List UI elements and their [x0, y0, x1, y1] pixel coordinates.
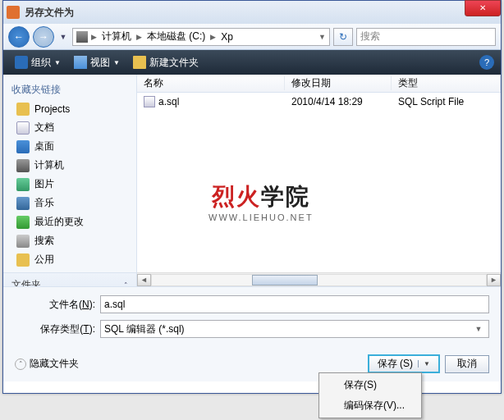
chevron-right-icon: ▶ — [91, 33, 97, 41]
chevron-down-icon: ▼ — [472, 325, 485, 333]
music-icon — [16, 197, 30, 210]
breadcrumb-computer[interactable]: 计算机 — [100, 30, 133, 43]
menu-item-save[interactable]: 保存(S) — [321, 375, 419, 395]
col-date[interactable]: 修改日期 — [285, 76, 392, 90]
chevron-up-icon: ˄ — [15, 358, 26, 370]
view-icon — [74, 56, 87, 69]
desktop-icon — [16, 140, 30, 153]
back-button[interactable]: ← — [8, 26, 30, 48]
view-label: 视图 — [90, 56, 110, 70]
sidebar-item-music[interactable]: 音乐 — [3, 194, 136, 212]
breadcrumb-drive[interactable]: 本地磁盘 (C:) — [145, 30, 207, 43]
sidebar-item-search[interactable]: 搜索 — [3, 231, 136, 250]
organize-icon — [15, 56, 28, 69]
cancel-button[interactable]: 取消 — [445, 355, 489, 373]
sidebar: 收藏夹链接 Projects 文档 桌面 计算机 图片 音乐 最近的更改 搜索 … — [3, 75, 137, 286]
save-dropdown-menu: 保存(S) 编码保存(V)... — [318, 372, 422, 418]
scroll-right-button[interactable]: ► — [487, 274, 501, 286]
sql-file-icon — [144, 96, 155, 107]
nav-history-dropdown[interactable]: ▼ — [57, 28, 69, 46]
scroll-left-button[interactable]: ◄ — [137, 274, 151, 286]
sidebar-item-public[interactable]: 公用 — [3, 250, 136, 269]
breadcrumb-folder[interactable]: Xp — [219, 31, 235, 43]
view-button[interactable]: 视图 ▼ — [69, 54, 125, 71]
col-type[interactable]: 类型 — [392, 76, 501, 90]
window-title: 另存文件为 — [25, 6, 74, 20]
computer-icon — [76, 31, 88, 43]
chevron-down-icon: ▼ — [113, 59, 120, 66]
filename-input[interactable] — [100, 295, 489, 313]
sidebar-item-pictures[interactable]: 图片 — [3, 175, 136, 194]
recent-icon — [16, 216, 30, 229]
col-name[interactable]: 名称 — [137, 76, 285, 90]
sidebar-item-documents[interactable]: 文档 — [3, 118, 136, 137]
computer-icon — [16, 159, 30, 172]
refresh-button[interactable]: ↻ — [333, 28, 353, 46]
chevron-down-icon[interactable]: ▼ — [418, 360, 430, 368]
file-list-header[interactable]: 名称 修改日期 类型 — [137, 75, 501, 93]
filetype-label: 保存类型(T): — [15, 322, 100, 336]
app-icon — [7, 6, 20, 19]
new-folder-label: 新建文件夹 — [149, 56, 199, 70]
sidebar-header: 收藏夹链接 — [3, 80, 136, 100]
scroll-track[interactable] — [151, 274, 487, 286]
address-bar[interactable]: ▶ 计算机 ▶ 本地磁盘 (C:) ▶ Xp ▼ — [72, 28, 330, 46]
save-as-dialog: 另存文件为 ✕ ← → ▼ ▶ 计算机 ▶ 本地磁盘 (C:) ▶ Xp ▼ ↻… — [2, 0, 502, 394]
pictures-icon — [16, 178, 30, 191]
close-button[interactable]: ✕ — [465, 0, 501, 16]
filename-label: 文件名(N): — [15, 298, 100, 312]
form-area: 文件名(N): 保存类型(T): SQL 编辑器 (*.sql) ▼ — [3, 286, 501, 349]
chevron-right-icon: ▶ — [210, 33, 216, 41]
document-icon — [16, 121, 30, 135]
filetype-combo[interactable]: SQL 编辑器 (*.sql) ▼ — [100, 320, 489, 338]
sidebar-item-computer[interactable]: 计算机 — [3, 156, 136, 175]
folder-icon — [16, 103, 30, 116]
scroll-thumb[interactable] — [252, 275, 318, 285]
titlebar[interactable]: 另存文件为 ✕ — [3, 1, 501, 24]
file-row[interactable]: a.sql 2010/4/14 18:29 SQL Script File — [137, 93, 501, 111]
toolbar: 组织 ▼ 视图 ▼ 新建文件夹 ? — [3, 50, 501, 75]
file-list: 名称 修改日期 类型 a.sql 2010/4/14 18:29 SQL Scr… — [137, 75, 501, 286]
chevron-up-icon: ˄ — [124, 281, 128, 287]
address-dropdown-icon[interactable]: ▼ — [318, 33, 326, 41]
help-button[interactable]: ? — [479, 55, 494, 70]
chevron-right-icon: ▶ — [136, 33, 142, 41]
folder-icon — [16, 253, 30, 267]
dialog-body: 收藏夹链接 Projects 文档 桌面 计算机 图片 音乐 最近的更改 搜索 … — [3, 75, 501, 286]
horizontal-scrollbar[interactable]: ◄ ► — [137, 272, 501, 286]
forward-button[interactable]: → — [33, 26, 54, 48]
organize-label: 组织 — [31, 56, 51, 70]
nav-bar: ← → ▼ ▶ 计算机 ▶ 本地磁盘 (C:) ▶ Xp ▼ ↻ 搜索 — [3, 24, 501, 50]
sidebar-item-projects[interactable]: Projects — [3, 100, 136, 118]
sidebar-item-desktop[interactable]: 桌面 — [3, 137, 136, 156]
chevron-down-icon: ▼ — [54, 59, 61, 66]
footer: ˄ 隐藏文件夹 保存 (S) ▼ 取消 保存(S) 编码保存(V)... — [3, 349, 501, 381]
hide-folders-toggle[interactable]: ˄ 隐藏文件夹 — [15, 357, 79, 371]
new-folder-button[interactable]: 新建文件夹 — [128, 54, 204, 71]
new-folder-icon — [133, 56, 146, 69]
folders-tree-toggle[interactable]: 文件夹 ˄ — [3, 272, 136, 286]
sidebar-item-recent[interactable]: 最近的更改 — [3, 212, 136, 231]
search-icon — [16, 235, 30, 248]
save-split-button[interactable]: 保存 (S) ▼ — [368, 354, 440, 373]
menu-item-encode-save[interactable]: 编码保存(V)... — [321, 395, 419, 416]
search-input[interactable]: 搜索 — [356, 28, 496, 46]
organize-button[interactable]: 组织 ▼ — [10, 54, 66, 71]
